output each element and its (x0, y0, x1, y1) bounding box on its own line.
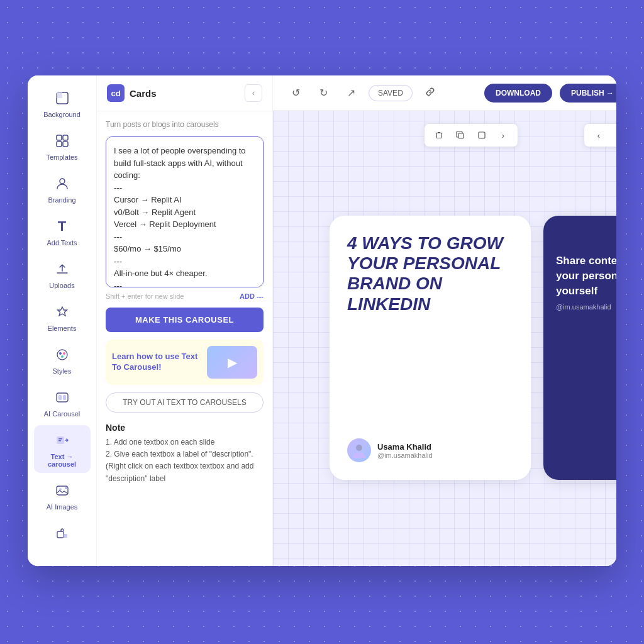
cursor-button[interactable]: ↗ (341, 83, 361, 103)
prev-card-button-right[interactable]: ‹ (591, 127, 607, 143)
chevron-left-icon: ‹ (597, 131, 600, 140)
templates-icon (52, 131, 72, 151)
undo-icon: ↺ (292, 87, 300, 99)
resize-card-button[interactable] (474, 127, 490, 143)
branding-icon (52, 174, 72, 194)
sidebar-label-styles: Styles (53, 367, 72, 375)
sidebar-label-uploads: Uploads (49, 282, 74, 289)
topbar: ↺ ↻ ↗ SAVED DOWNLOAD PUBLISH → LINKEDIN (273, 75, 616, 111)
play-icon: ▶ (228, 355, 237, 370)
next-card-button[interactable]: › (495, 127, 511, 143)
sidebar-label-branding: Branding (48, 196, 75, 204)
uploads-icon (52, 259, 72, 279)
sidebar-item-ai-images[interactable]: AI Images (34, 475, 91, 516)
ai-images-icon (52, 480, 72, 501)
panel-collapse-button[interactable]: ‹ (245, 84, 262, 102)
sidebar-label-ai-carousel: AI Carousel (44, 410, 80, 418)
panel-header-left: cd Cards (107, 84, 157, 102)
sidebar-item-plugins[interactable] (34, 518, 91, 548)
main-area: ↺ ↻ ↗ SAVED DOWNLOAD PUBLISH → LINKEDIN (273, 75, 616, 566)
svg-rect-20 (64, 534, 67, 538)
note-item-1: 1. Add one textbox on each slide (106, 436, 264, 448)
sidebar-label-templates: Templates (46, 153, 77, 161)
publish-button[interactable]: PUBLISH → LINKEDIN (560, 84, 616, 103)
chevron-right-icon: › (502, 131, 504, 140)
ai-carousel-icon (52, 387, 72, 408)
sidebar-item-elements[interactable]: Elements (34, 297, 91, 337)
canvas-area: › ‹ (273, 111, 616, 566)
svg-rect-19 (57, 531, 64, 538)
plugins-icon (52, 523, 72, 543)
sidebar-item-ai-carousel[interactable]: AI Carousel (34, 382, 91, 423)
sidebar-item-uploads[interactable]: Uploads (34, 254, 91, 294)
sidebar-item-text-carousel[interactable]: Text →carousel (34, 425, 91, 473)
panel-subtitle: Turn posts or blogs into carousels (106, 120, 264, 129)
panel: cd Cards ‹ Turn posts or blogs into caro… (97, 75, 273, 566)
duplicate-card-button[interactable] (452, 127, 469, 143)
panel-header: cd Cards ‹ (97, 75, 272, 111)
download-button[interactable]: DOWNLOAD (484, 84, 552, 103)
card-secondary-text: Share content your personal yourself (556, 253, 616, 298)
svg-rect-15 (58, 438, 62, 440)
svg-rect-13 (63, 395, 66, 400)
styles-icon (52, 345, 72, 365)
svg-rect-11 (57, 393, 68, 402)
svg-point-9 (63, 352, 65, 355)
author-avatar (347, 438, 371, 462)
delete-card-button-right[interactable] (612, 127, 616, 143)
svg-rect-2 (57, 135, 62, 140)
svg-rect-3 (63, 135, 68, 140)
sidebar-label-ai-images: AI Images (47, 503, 78, 511)
carousel-card-secondary[interactable]: 1 Share content your personal yourself @… (543, 216, 616, 480)
text-area-wrapper: I see a lot of people overspending to bu… (106, 136, 264, 300)
make-carousel-button[interactable]: MAKE THIS CAROUSEL (106, 308, 264, 332)
textarea-footer: Shift + enter for new slide ADD --- (106, 292, 264, 300)
textarea-hint: Shift + enter for new slide (106, 292, 184, 300)
background-icon (52, 88, 72, 108)
svg-rect-4 (57, 142, 62, 147)
svg-rect-12 (58, 395, 62, 400)
redo-button[interactable]: ↻ (313, 83, 333, 103)
carousel-card-main[interactable]: 4 WAYS TO GROW YOUR PERSONAL BRAND ON LI… (330, 216, 531, 480)
learn-banner-thumbnail: ▶ (207, 346, 257, 379)
svg-point-18 (59, 488, 62, 491)
link-button[interactable] (420, 83, 440, 103)
author-handle: @im.usamakhalid (377, 452, 433, 459)
svg-rect-21 (458, 133, 464, 138)
sidebar-item-styles[interactable]: Styles (34, 340, 91, 380)
card-main-title: 4 WAYS TO GROW YOUR PERSONAL BRAND ON LI… (347, 233, 513, 438)
svg-point-7 (57, 350, 67, 360)
delete-card-button[interactable] (431, 127, 447, 143)
svg-point-6 (60, 179, 65, 184)
card-secondary-handle: @im.usamakhalid (556, 303, 616, 311)
note-section: Note 1. Add one textbox on each slide 2.… (106, 420, 264, 487)
panel-body: Turn posts or blogs into carousels I see… (97, 111, 272, 566)
svg-rect-22 (479, 132, 485, 138)
svg-point-10 (61, 355, 64, 358)
sidebar-label-text-carousel: Text →carousel (48, 453, 76, 468)
svg-rect-16 (58, 440, 61, 441)
svg-rect-5 (63, 142, 68, 147)
card-author: Usama Khalid @im.usamakhalid (347, 438, 513, 462)
card-toolbar: › (424, 123, 518, 147)
sidebar-item-add-texts[interactable]: T Add Texts (34, 211, 91, 252)
sidebar-item-branding[interactable]: Branding (34, 169, 91, 209)
learn-banner-text: Learn how to use Text To Carousel! (112, 352, 202, 373)
author-info: Usama Khalid @im.usamakhalid (377, 442, 433, 459)
sidebar-label-background: Background (43, 111, 80, 118)
text-carousel-icon (52, 430, 72, 450)
content-textarea[interactable]: I see a lot of people overspending to bu… (106, 136, 264, 287)
sidebar-label-add-texts: Add Texts (47, 239, 77, 247)
sidebar-item-background[interactable]: Background (34, 83, 91, 123)
sidebar: Background Templates Branding (28, 75, 97, 566)
elements-icon (52, 302, 72, 322)
redo-icon: ↻ (319, 87, 328, 99)
author-name: Usama Khalid (377, 442, 433, 452)
add-texts-icon: T (52, 216, 72, 236)
svg-rect-1 (57, 92, 62, 98)
try-ai-button[interactable]: TRY OUT AI TEXT TO CAROUSELS (106, 392, 264, 413)
add-slide-button[interactable]: ADD --- (240, 292, 264, 300)
undo-button[interactable]: ↺ (286, 83, 306, 103)
learn-banner[interactable]: Learn how to use Text To Carousel! ▶ (106, 340, 264, 385)
sidebar-item-templates[interactable]: Templates (34, 126, 91, 166)
